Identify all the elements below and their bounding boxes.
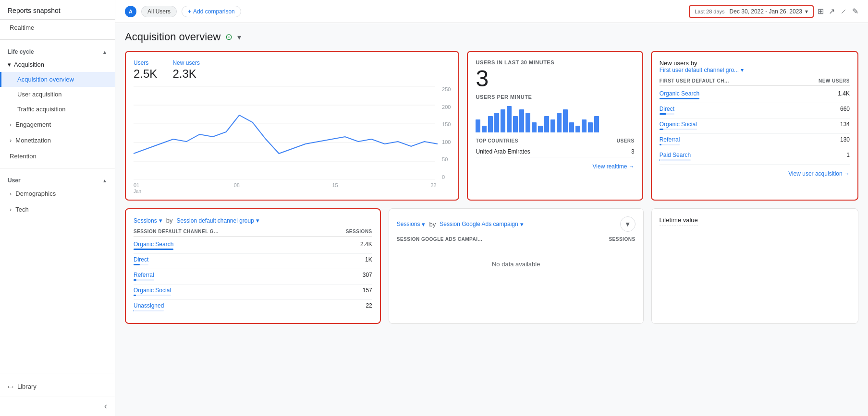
sessions-value: 1K — [365, 256, 372, 263]
country-name: United Arab Emirates — [476, 148, 530, 155]
cards-row-2: Sessions ▾ by Session default channel gr… — [125, 208, 858, 324]
channel-name-cell: Direct — [660, 106, 674, 116]
sidebar-lifecycle-header[interactable]: Life cycle ▲ — [0, 44, 115, 57]
ads-metric2[interactable]: Session Google Ads campaign — [440, 221, 518, 227]
sessions-dropdown-arrow-1[interactable]: ▾ — [159, 217, 162, 224]
sidebar-collapse-button[interactable]: ‹ — [0, 396, 115, 416]
divider-1 — [0, 39, 115, 40]
mini-bar — [588, 122, 593, 132]
lifetime-value-card: Lifetime value — [651, 208, 858, 324]
mini-bar — [507, 106, 512, 132]
main-chart-card: Users 2.5K New users 2.3K — [125, 51, 459, 201]
user-chevron: ▲ — [102, 178, 107, 183]
channel-name-cell: Paid Search — [660, 152, 691, 162]
sessions-name[interactable]: Organic Social — [134, 287, 171, 294]
plus-icon: + — [188, 8, 191, 15]
line-chart-svg — [134, 86, 451, 180]
mini-bar — [594, 116, 599, 132]
chevron-right-icon-2: › — [10, 137, 12, 144]
channel-rows: Organic Search 1.4K Direct 660 — [660, 88, 850, 165]
divider-3 — [0, 373, 115, 373]
sidebar-item-monetization[interactable]: › Monetization — [0, 132, 115, 148]
channel-name[interactable]: Referral — [660, 136, 680, 143]
sidebar-item-retention[interactable]: Retention — [0, 148, 115, 164]
date-range-selector[interactable]: Last 28 days Dec 30, 2022 - Jan 26, 2023… — [689, 5, 814, 18]
sessions-channel-rows: Organic Search 2.4K Direct 1K — [134, 238, 372, 315]
sidebar-acquisition-group[interactable]: ▾ Acquisition — [0, 57, 115, 72]
sidebar-item-traffic-acquisition[interactable]: Traffic acquisition — [0, 102, 115, 117]
sessions-channel-title: Sessions ▾ by Session default channel gr… — [134, 217, 372, 224]
channel-name[interactable]: Organic Social — [660, 121, 697, 128]
sidebar-item-demographics[interactable]: › Demographics — [0, 186, 115, 202]
export-icon[interactable]: ⊞ — [818, 7, 824, 16]
channel-bar-bg — [660, 113, 674, 115]
channel-bar-bg — [660, 144, 680, 145]
page-title-dropdown[interactable]: ▾ — [237, 33, 241, 42]
channel-name-cell: Organic Search — [660, 90, 699, 100]
mini-bar — [544, 116, 549, 132]
sessions-row: Referral 307 — [134, 269, 372, 285]
realtime-sub: USERS PER MINUTE — [476, 94, 634, 100]
topbar-right: Last 28 days Dec 30, 2022 - Jan 26, 2023… — [689, 5, 858, 18]
filter-icon-button[interactable]: ▼ — [620, 216, 636, 232]
ads-metric1[interactable]: Sessions — [397, 221, 420, 227]
channel-name[interactable]: Organic Search — [660, 90, 699, 97]
ads-dropdown-arrow-2[interactable]: ▾ — [520, 221, 524, 228]
channel-row-inner: Organic Social 134 — [660, 121, 850, 131]
mini-bar — [557, 113, 562, 132]
new-users-subtitle[interactable]: First user default channel gro... ▾ — [660, 67, 850, 73]
sessions-metric1[interactable]: Sessions — [134, 217, 157, 224]
sessions-name-cell: Organic Social — [134, 287, 171, 297]
topbar-icons: ⊞ ↗ ⟋ ✎ — [818, 7, 858, 16]
sidebar-item-tech[interactable]: › Tech — [0, 202, 115, 217]
channel-name[interactable]: Direct — [660, 106, 674, 112]
sessions-row-inner: Organic Social 157 — [134, 287, 372, 297]
sidebar-item-acquisition-overview[interactable]: Acquisition overview — [0, 72, 115, 87]
sessions-metric2[interactable]: Session default channel group — [176, 217, 254, 224]
channel-name[interactable]: Paid Search — [660, 152, 691, 158]
sessions-name[interactable]: Direct — [134, 256, 148, 263]
sessions-bar — [134, 264, 140, 265]
users-value: 2.5K — [134, 67, 157, 81]
sidebar-title: Reports snapshot — [0, 0, 115, 20]
country-value: 3 — [631, 148, 635, 155]
all-users-filter[interactable]: All Users — [141, 6, 177, 17]
view-user-acquisition-link[interactable]: View user acquisition → — [660, 170, 850, 177]
sidebar-item-realtime[interactable]: Realtime — [0, 20, 115, 36]
check-circle-icon: ⊙ — [225, 32, 232, 42]
sessions-name-cell: Referral — [134, 272, 154, 282]
add-comparison-button[interactable]: + Add comparison — [182, 6, 241, 17]
dropdown-arrow-icon-2: ▾ — [741, 67, 744, 73]
sidebar-item-library[interactable]: ▭ Library — [0, 377, 115, 396]
share-icon[interactable]: ↗ — [829, 7, 835, 16]
sessions-value: 157 — [363, 287, 372, 294]
sessions-row: Unassigned 22 — [134, 300, 372, 315]
mini-bar — [526, 113, 530, 132]
channel-table-header: FIRST USER DEFAULT CH... NEW USERS — [660, 78, 850, 86]
page-header: Acquisition overview ⊙ ▾ — [125, 31, 858, 43]
channel-row: Direct 660 — [660, 103, 850, 119]
edit-icon[interactable]: ✎ — [852, 7, 858, 16]
mini-bar — [563, 109, 568, 132]
channel-row-inner: Organic Search 1.4K — [660, 90, 850, 100]
view-realtime-link[interactable]: View realtime → — [476, 163, 634, 170]
new-users-value: 2.3K — [172, 67, 200, 81]
channel-bar — [660, 98, 699, 99]
sessions-name[interactable]: Organic Search — [134, 241, 173, 248]
channel-row: Organic Search 1.4K — [660, 88, 850, 103]
sidebar-item-engagement[interactable]: › Engagement — [0, 117, 115, 132]
sidebar-user-header[interactable]: User ▲ — [0, 172, 115, 186]
chevron-down-icon: ▾ — [8, 61, 11, 68]
sessions-name[interactable]: Unassigned — [134, 302, 164, 309]
chevron-right-icon-4: › — [10, 206, 12, 213]
sessions-name-cell: Direct — [134, 256, 148, 266]
content-area: Acquisition overview ⊙ ▾ Users 2.5K New … — [115, 23, 868, 416]
channel-bar-bg — [660, 159, 691, 161]
sidebar-item-user-acquisition[interactable]: User acquisition — [0, 87, 115, 102]
sessions-dropdown-arrow-2[interactable]: ▾ — [256, 217, 259, 224]
ads-dropdown-arrow-1[interactable]: ▾ — [422, 221, 425, 228]
divider-2 — [0, 168, 115, 168]
sessions-name[interactable]: Referral — [134, 272, 154, 278]
channel-bar — [660, 144, 661, 145]
trending-icon[interactable]: ⟋ — [840, 7, 847, 16]
